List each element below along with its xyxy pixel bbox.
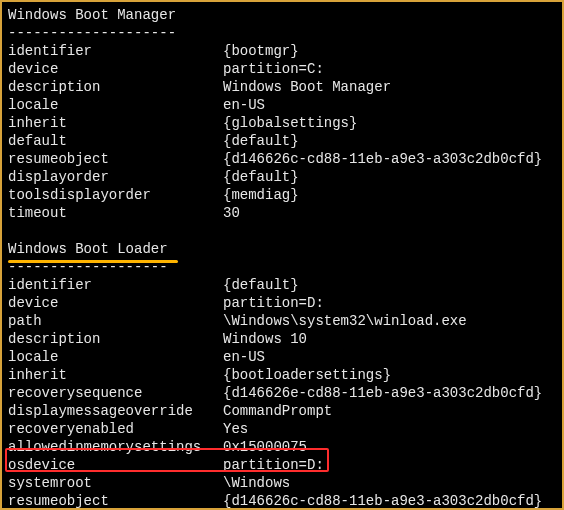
row-value: {default} — [223, 168, 299, 186]
row-device: device partition=C: — [8, 60, 556, 78]
row-key: timeout — [8, 204, 223, 222]
row-displayorder: displayorder {default} — [8, 168, 556, 186]
row-value: {d146626e-cd88-11eb-a9e3-a303c2db0cfd} — [223, 384, 542, 402]
row-recoveryenabled: recoveryenabled Yes — [8, 420, 556, 438]
row-value: {memdiag} — [223, 186, 299, 204]
row-value: {bootloadersettings} — [223, 366, 391, 384]
row-device: device partition=D: — [8, 294, 556, 312]
row-value: \Windows\system32\winload.exe — [223, 312, 467, 330]
row-value: en-US — [223, 96, 265, 114]
section-title-boot-loader: Windows Boot Loader — [8, 240, 556, 258]
row-resumeobject: resumeobject {d146626c-cd88-11eb-a9e3-a3… — [8, 150, 556, 168]
row-toolsdisplayorder: toolsdisplayorder {memdiag} — [8, 186, 556, 204]
row-value: Windows Boot Manager — [223, 78, 391, 96]
row-value: partition=D: — [223, 294, 324, 312]
row-value: en-US — [223, 348, 265, 366]
row-locale: locale en-US — [8, 96, 556, 114]
highlight-underline — [8, 260, 178, 263]
blank-line — [8, 222, 556, 240]
row-key: displayorder — [8, 168, 223, 186]
row-value: {default} — [223, 132, 299, 150]
row-description: description Windows Boot Manager — [8, 78, 556, 96]
row-inherit: inherit {bootloadersettings} — [8, 366, 556, 384]
row-key: recoverysequence — [8, 384, 223, 402]
row-locale: locale en-US — [8, 348, 556, 366]
row-key: toolsdisplayorder — [8, 186, 223, 204]
row-value: CommandPrompt — [223, 402, 332, 420]
row-value: partition=C: — [223, 60, 324, 78]
row-value: Windows 10 — [223, 330, 307, 348]
row-resumeobject: resumeobject {d146626c-cd88-11eb-a9e3-a3… — [8, 492, 556, 510]
row-key: displaymessageoverride — [8, 402, 223, 420]
row-key: description — [8, 330, 223, 348]
row-description: description Windows 10 — [8, 330, 556, 348]
row-displaymessageoverride: displaymessageoverride CommandPrompt — [8, 402, 556, 420]
row-inherit: inherit {globalsettings} — [8, 114, 556, 132]
row-value: {d146626c-cd88-11eb-a9e3-a303c2db0cfd} — [223, 150, 542, 168]
section-divider: -------------------- — [8, 24, 556, 42]
row-key: resumeobject — [8, 492, 223, 510]
row-key: identifier — [8, 276, 223, 294]
row-value: {globalsettings} — [223, 114, 357, 132]
row-systemroot: systemroot \Windows — [8, 474, 556, 492]
row-default: default {default} — [8, 132, 556, 150]
row-key: systemroot — [8, 474, 223, 492]
row-value: {default} — [223, 276, 299, 294]
row-key: recoveryenabled — [8, 420, 223, 438]
row-key: path — [8, 312, 223, 330]
row-key: identifier — [8, 42, 223, 60]
row-key: resumeobject — [8, 150, 223, 168]
row-identifier: identifier {bootmgr} — [8, 42, 556, 60]
row-key: locale — [8, 96, 223, 114]
row-recoverysequence: recoverysequence {d146626e-cd88-11eb-a9e… — [8, 384, 556, 402]
row-value: Yes — [223, 420, 248, 438]
row-key: locale — [8, 348, 223, 366]
row-key: description — [8, 78, 223, 96]
row-key: inherit — [8, 366, 223, 384]
row-value: {bootmgr} — [223, 42, 299, 60]
row-key: default — [8, 132, 223, 150]
row-value: \Windows — [223, 474, 290, 492]
row-key: inherit — [8, 114, 223, 132]
row-value: {d146626c-cd88-11eb-a9e3-a303c2db0cfd} — [223, 492, 542, 510]
highlight-box — [5, 448, 329, 472]
row-path: path \Windows\system32\winload.exe — [8, 312, 556, 330]
row-value: 30 — [223, 204, 240, 222]
row-key: device — [8, 294, 223, 312]
row-key: device — [8, 60, 223, 78]
section-title-boot-manager: Windows Boot Manager — [8, 6, 556, 24]
row-timeout: timeout 30 — [8, 204, 556, 222]
row-identifier: identifier {default} — [8, 276, 556, 294]
terminal-output: Windows Boot Manager -------------------… — [0, 0, 564, 510]
